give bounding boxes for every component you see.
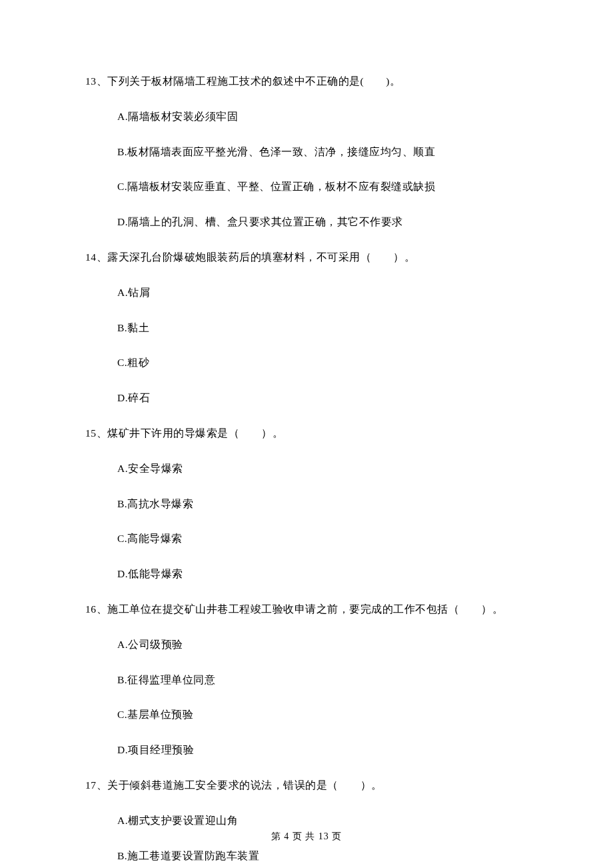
- option-b: B.施工巷道要设置防跑车装置: [117, 848, 528, 865]
- question-text: 露天深孔台阶爆破炮眼装药后的填塞材料，不可采用（ ）。: [107, 251, 415, 263]
- document-content: 13、下列关于板材隔墙工程施工技术的叙述中不正确的是( )。 A.隔墙板材安装必…: [85, 73, 528, 868]
- option-b: B.征得监理单位同意: [117, 672, 528, 689]
- option-a: A.公司级预验: [117, 637, 528, 653]
- question-14: 14、露天深孔台阶爆破炮眼装药后的填塞材料，不可采用（ ）。 A.钻屑 B.黏土…: [85, 249, 528, 407]
- option-c: C.粗砂: [117, 355, 528, 371]
- question-13: 13、下列关于板材隔墙工程施工技术的叙述中不正确的是( )。 A.隔墙板材安装必…: [85, 73, 528, 231]
- option-d: D.低能导爆索: [117, 566, 528, 583]
- question-text: 煤矿井下许用的导爆索是（ ）。: [107, 427, 283, 439]
- options-list: A.钻屑 B.黏土 C.粗砂 D.碎石: [85, 285, 528, 407]
- option-b: B.高抗水导爆索: [117, 496, 528, 513]
- page-footer: 第 4 页 共 13 页: [0, 831, 613, 843]
- option-a: A.安全导爆索: [117, 461, 528, 477]
- question-number: 13、: [85, 75, 107, 87]
- question-15: 15、煤矿井下许用的导爆索是（ ）。 A.安全导爆索 B.高抗水导爆索 C.高能…: [85, 425, 528, 583]
- option-a: A.棚式支护要设置迎山角: [117, 813, 528, 829]
- options-list: A.安全导爆索 B.高抗水导爆索 C.高能导爆索 D.低能导爆索: [85, 461, 528, 583]
- question-16: 16、施工单位在提交矿山井巷工程竣工验收申请之前，要完成的工作不包括（ ）。 A…: [85, 601, 528, 759]
- option-d: D.隔墙上的孔洞、槽、盒只要求其位置正确，其它不作要求: [117, 214, 528, 231]
- question-stem: 16、施工单位在提交矿山井巷工程竣工验收申请之前，要完成的工作不包括（ ）。: [85, 601, 528, 618]
- question-text: 下列关于板材隔墙工程施工技术的叙述中不正确的是( )。: [107, 75, 400, 87]
- question-stem: 14、露天深孔台阶爆破炮眼装药后的填塞材料，不可采用（ ）。: [85, 249, 528, 266]
- question-number: 17、: [85, 779, 107, 791]
- question-stem: 13、下列关于板材隔墙工程施工技术的叙述中不正确的是( )。: [85, 73, 528, 90]
- question-text: 关于倾斜巷道施工安全要求的说法，错误的是（ ）。: [107, 779, 382, 791]
- option-c: C.隔墙板材安装应垂直、平整、位置正确，板材不应有裂缝或缺损: [117, 179, 528, 195]
- option-d: D.项目经理预验: [117, 742, 528, 759]
- option-c: C.高能导爆索: [117, 531, 528, 547]
- question-stem: 17、关于倾斜巷道施工安全要求的说法，错误的是（ ）。: [85, 777, 528, 794]
- option-a: A.钻屑: [117, 285, 528, 301]
- option-d: D.碎石: [117, 390, 528, 407]
- option-b: B.板材隔墙表面应平整光滑、色泽一致、洁净，接缝应均匀、顺直: [117, 144, 528, 161]
- question-text: 施工单位在提交矿山井巷工程竣工验收申请之前，要完成的工作不包括（ ）。: [107, 603, 503, 615]
- question-number: 14、: [85, 251, 107, 263]
- question-number: 16、: [85, 603, 107, 615]
- question-number: 15、: [85, 427, 107, 439]
- options-list: A.公司级预验 B.征得监理单位同意 C.基层单位预验 D.项目经理预验: [85, 637, 528, 759]
- option-c: C.基层单位预验: [117, 707, 528, 723]
- question-stem: 15、煤矿井下许用的导爆索是（ ）。: [85, 425, 528, 442]
- option-a: A.隔墙板材安装必须牢固: [117, 109, 528, 125]
- option-b: B.黏土: [117, 320, 528, 337]
- question-17: 17、关于倾斜巷道施工安全要求的说法，错误的是（ ）。 A.棚式支护要设置迎山角…: [85, 777, 528, 868]
- options-list: A.隔墙板材安装必须牢固 B.板材隔墙表面应平整光滑、色泽一致、洁净，接缝应均匀…: [85, 109, 528, 231]
